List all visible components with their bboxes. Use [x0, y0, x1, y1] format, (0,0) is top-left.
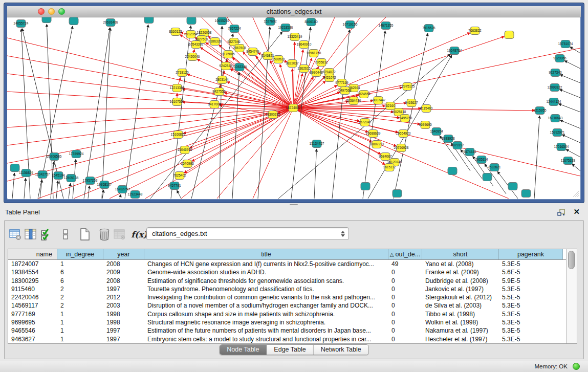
graph-edge[interactable]	[560, 75, 580, 83]
table-row[interactable]: 946554611997Estimation of the future num…	[8, 326, 566, 335]
graph-node[interactable]	[448, 167, 457, 175]
graph-edge[interactable]	[534, 116, 539, 199]
table-row[interactable]: 969969511998Structural magnetic resonanc…	[8, 318, 566, 326]
show-column-icon[interactable]	[23, 227, 38, 242]
select-all-icon[interactable]	[38, 227, 54, 242]
cell: Embryonic stem cells: a model to study s…	[144, 335, 388, 343]
graph-edge[interactable]	[292, 69, 293, 108]
function-builder-icon[interactable]: f(x)	[132, 227, 147, 242]
graph-node[interactable]	[508, 183, 517, 190]
graph-node[interactable]	[393, 190, 402, 198]
graph-edge[interactable]	[293, 42, 295, 108]
cell: 0	[388, 268, 422, 276]
cell: Yano et al. (2008)	[422, 260, 499, 268]
graph-edge[interactable]	[191, 34, 233, 199]
graph-edge[interactable]	[572, 164, 580, 171]
close-panel-icon[interactable]: ✕	[573, 207, 580, 216]
graph-edge[interactable]	[368, 55, 452, 199]
cell: 5.3E-5	[499, 310, 563, 318]
column-header-year[interactable]: year	[103, 249, 144, 259]
tab-edge-table[interactable]: Edge Table	[267, 345, 313, 355]
graph-edge[interactable]	[293, 17, 386, 108]
graph-node[interactable]	[144, 17, 154, 24]
graph-node-label: 7515526	[422, 26, 435, 30]
graph-edge[interactable]	[12, 173, 14, 199]
graph-edge[interactable]	[562, 135, 580, 143]
delete-table-icon[interactable]	[97, 227, 112, 242]
table-row[interactable]: 1830029562008Estimation of significance …	[8, 277, 566, 285]
import-table-disabled-icon[interactable]	[112, 227, 127, 242]
table-selector-dropdown[interactable]: citations_edges.txt	[146, 227, 349, 240]
resize-grip-icon[interactable]	[572, 190, 579, 198]
graph-node-label: 9822037	[286, 61, 299, 65]
table-row[interactable]: 1456911722003Disruption of a novel membe…	[8, 301, 566, 310]
column-header-short[interactable]: short	[422, 249, 499, 259]
graph-node-label: 16782759	[115, 187, 130, 191]
graph-node-label: 9421072	[323, 76, 336, 79]
graph-edge[interactable]	[7, 56, 293, 108]
graph-edge[interactable]	[559, 90, 580, 98]
graph-node[interactable]	[505, 31, 514, 39]
float-panel-icon[interactable]	[557, 208, 565, 216]
table-row[interactable]: 946362711997Embryonic stem cells: a mode…	[8, 335, 566, 343]
graph-edge[interactable]	[293, 48, 580, 108]
graph-edge[interactable]	[56, 181, 58, 199]
graph-edge[interactable]	[293, 108, 580, 176]
graph-node-label: 8938928	[442, 137, 455, 140]
table-scrollbar[interactable]	[566, 249, 577, 343]
graph-edge[interactable]	[69, 183, 71, 199]
graph-edge[interactable]	[293, 17, 335, 108]
new-table-icon[interactable]	[77, 227, 93, 242]
table-row[interactable]: 977716911998Corpus callosum shape and si…	[8, 310, 566, 318]
graph-node-label: 16120746	[387, 160, 402, 164]
column-header-pagerank[interactable]: pagerank	[499, 249, 563, 259]
graph-edge[interactable]	[24, 178, 26, 199]
graph-edge[interactable]	[293, 108, 397, 146]
graph-node-label: 2935114	[475, 158, 488, 161]
graph-node[interactable]	[521, 190, 531, 198]
graph-node[interactable]	[361, 183, 370, 190]
cell: Franke et al. (2009)	[422, 268, 499, 276]
graph-edge[interactable]	[7, 92, 293, 108]
column-header-in_degree[interactable]: in_degree	[57, 249, 103, 259]
table-settings-icon[interactable]	[8, 227, 23, 242]
graph-edge[interactable]	[314, 149, 317, 199]
row-height-icon[interactable]	[58, 227, 73, 242]
cell: 18300295	[8, 277, 57, 285]
graph-edge[interactable]	[145, 108, 293, 199]
graph-node[interactable]	[10, 164, 19, 172]
graph-node[interactable]	[187, 17, 196, 25]
graph-node-label: 20364436	[346, 99, 361, 102]
graph-node[interactable]	[69, 17, 78, 25]
graph-node-label: 11675338	[561, 159, 576, 162]
column-header-name[interactable]: name	[8, 249, 57, 259]
graph-edge[interactable]	[177, 190, 181, 199]
graph-edge[interactable]	[332, 30, 350, 199]
graph-edge[interactable]	[110, 108, 293, 199]
tab-node-table[interactable]: Node Table	[220, 345, 267, 355]
graph-edge[interactable]	[560, 120, 580, 128]
graph-edge[interactable]	[558, 104, 580, 112]
cell: Tibbo et al. (1998)	[422, 310, 499, 318]
window-titlebar[interactable]: citations_edges.txt	[7, 6, 581, 17]
network-view[interactable]: 2405572420691406106552571527602846616010…	[7, 17, 580, 199]
graph-edge[interactable]	[181, 108, 293, 199]
graph-edge[interactable]	[120, 194, 121, 199]
column-header-out_de[interactable]: △out_de...	[388, 249, 422, 259]
table-row[interactable]: 911546021997Tourette syndrome. Phenomeno…	[8, 285, 566, 293]
network-canvas[interactable]: 2405572420691406106552571527602846616010…	[7, 17, 580, 199]
graph-node-label: 9242848	[219, 64, 232, 68]
scrollbar-thumb[interactable]	[568, 251, 575, 269]
graph-edge[interactable]	[564, 60, 580, 69]
graph-node[interactable]	[483, 173, 492, 181]
graph-node-label: 12342757	[35, 172, 50, 176]
tab-network-table[interactable]: Network Table	[314, 345, 368, 355]
graph-edge[interactable]	[566, 149, 580, 157]
table-row[interactable]: 1938455462009Genome-wide association stu…	[8, 268, 566, 276]
table-row[interactable]: 1872400712008Changes of HCN gene express…	[8, 260, 566, 268]
column-header-title[interactable]: title	[144, 249, 388, 259]
graph-node[interactable]	[42, 17, 51, 23]
table-row[interactable]: 2242004622012Investigating the contribut…	[8, 293, 566, 301]
graph-edge[interactable]	[102, 190, 104, 199]
cell: 5.3E-5	[499, 260, 563, 268]
